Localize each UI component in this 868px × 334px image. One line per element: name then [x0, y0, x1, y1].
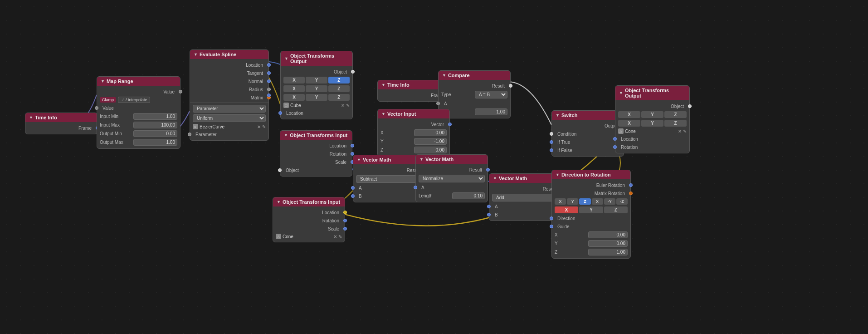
collapse-icon[interactable]: ▼ — [381, 112, 385, 116]
result-out-socket-2[interactable] — [486, 168, 490, 172]
y-value[interactable]: -1.00 — [414, 138, 447, 145]
ny-btn-d1[interactable]: -Y — [604, 198, 615, 205]
x-btn-o2-2[interactable]: X — [618, 120, 640, 127]
x-btn-d1[interactable]: X — [555, 198, 566, 205]
cube-edit[interactable]: ✎ — [346, 103, 350, 108]
parameter-in-socket[interactable] — [188, 133, 191, 136]
value-socket[interactable] — [179, 90, 182, 93]
a-in-socket-3[interactable] — [487, 205, 491, 208]
collapse-icon[interactable]: ▼ — [556, 172, 560, 177]
radius-socket[interactable] — [267, 88, 271, 91]
condition-socket[interactable] — [550, 132, 553, 136]
location-in-socket[interactable] — [278, 111, 282, 115]
z-btn-o2-2[interactable]: Z — [664, 120, 687, 127]
location-out-socket-2[interactable] — [343, 211, 347, 214]
z-btn-d1[interactable]: Z — [579, 198, 590, 205]
z-btn-o2-1[interactable]: Z — [664, 111, 687, 118]
collapse-icon[interactable]: ▼ — [556, 113, 560, 118]
result-socket[interactable] — [509, 84, 512, 88]
cube-remove[interactable]: ✕ — [341, 103, 345, 108]
cone-edit-2[interactable]: ✎ — [683, 129, 687, 134]
collapse-icon[interactable]: ▼ — [277, 200, 281, 204]
tangent-socket[interactable] — [267, 71, 271, 75]
collapse-icon[interactable]: ▼ — [284, 133, 288, 138]
b-in-socket-3[interactable] — [487, 213, 491, 216]
a-in-socket-1[interactable] — [351, 186, 355, 190]
a-in-socket-2[interactable] — [414, 186, 417, 189]
location-in-2-socket[interactable] — [613, 137, 617, 141]
uniform-select[interactable]: Uniform — [193, 114, 266, 122]
bezier-remove[interactable]: ✕ — [257, 124, 261, 129]
x-btn[interactable]: X — [283, 77, 305, 84]
collapse-icon[interactable]: ▼ — [619, 91, 623, 95]
length-value[interactable]: 0.10 — [452, 192, 485, 199]
guide-x-value[interactable]: 0.00 — [588, 231, 628, 238]
cone-remove[interactable]: ✕ — [333, 234, 337, 239]
matrix-rot-socket[interactable] — [629, 192, 633, 195]
direction-socket[interactable] — [550, 216, 553, 220]
value-input-socket[interactable] — [95, 106, 98, 110]
z-btn[interactable]: Z — [328, 77, 350, 84]
rotation-in-2-socket[interactable] — [613, 145, 617, 149]
collapse-icon[interactable]: ▼ — [493, 176, 497, 181]
y-btn-d1[interactable]: Y — [567, 198, 578, 205]
object-out-2-socket[interactable] — [688, 104, 692, 108]
collapse-icon[interactable]: ▼ — [419, 157, 424, 162]
a-socket[interactable] — [436, 102, 440, 105]
x-btn-2[interactable]: X — [283, 85, 305, 92]
operation-select-2[interactable]: Normalize — [419, 175, 485, 182]
x-btn-3[interactable]: X — [283, 94, 305, 101]
input-max-value[interactable]: 100.00 — [133, 122, 177, 128]
nx-btn-d1[interactable]: X — [592, 198, 603, 205]
x-value[interactable]: 0.00 — [414, 129, 447, 136]
collapse-icon[interactable]: ▼ — [381, 83, 385, 87]
y-btn-d2[interactable]: Y — [579, 206, 603, 213]
cone-remove-2[interactable]: ✕ — [678, 129, 682, 134]
vector-socket[interactable] — [448, 123, 452, 126]
output-max-value[interactable]: 1.00 — [133, 139, 177, 146]
interpolate-button[interactable]: ⟋ / Interpolate — [118, 97, 150, 103]
location-socket[interactable] — [267, 63, 271, 67]
collapse-icon[interactable]: ▼ — [284, 56, 288, 61]
guide-z-value[interactable]: 1.00 — [588, 249, 628, 255]
nz-btn-d1[interactable]: -Z — [616, 198, 628, 205]
input-min-value[interactable]: 1.00 — [133, 113, 177, 120]
rotation-out-socket-2[interactable] — [343, 219, 347, 222]
normal-socket[interactable] — [267, 79, 271, 83]
z-btn-2[interactable]: Z — [328, 85, 350, 92]
y-btn-o2-1[interactable]: Y — [641, 111, 663, 118]
curve-socket[interactable] — [267, 93, 271, 97]
euler-socket[interactable] — [629, 183, 633, 187]
b-in-socket-1[interactable] — [351, 194, 355, 198]
y-btn-2[interactable]: Y — [306, 85, 327, 92]
operation-select-3[interactable]: Add — [492, 194, 558, 201]
y-btn-o2-2[interactable]: Y — [641, 120, 663, 127]
z-value[interactable]: 0.00 — [414, 147, 447, 153]
collapse-icon[interactable]: ▼ — [442, 73, 446, 78]
z-btn-d2[interactable]: Z — [604, 206, 628, 213]
bezier-edit[interactable]: ✎ — [262, 124, 266, 129]
guide-y-value[interactable]: 0.00 — [588, 240, 628, 247]
clamp-button[interactable]: Clamp — [100, 97, 116, 103]
location-out-socket[interactable] — [351, 144, 354, 147]
if-false-socket[interactable] — [550, 148, 553, 152]
collapse-icon[interactable]: ▼ — [357, 157, 361, 162]
collapse-icon[interactable]: ▼ — [101, 79, 105, 84]
x-btn-o2-1[interactable]: X — [618, 111, 640, 118]
object-in-socket[interactable] — [278, 168, 282, 172]
if-true-socket[interactable] — [550, 140, 553, 144]
scale-out-socket-2[interactable] — [343, 227, 347, 231]
operation-select-1[interactable]: Subtract — [356, 175, 422, 183]
cone-edit[interactable]: ✎ — [338, 234, 342, 239]
object-socket[interactable] — [351, 70, 355, 74]
guide-socket[interactable] — [550, 225, 553, 228]
y-btn-3[interactable]: Y — [306, 94, 327, 101]
output-min-value[interactable]: 0.00 — [133, 130, 177, 137]
z-btn-3[interactable]: Z — [328, 94, 350, 101]
collapse-icon[interactable]: ▼ — [194, 52, 198, 57]
collapse-icon[interactable]: ▼ — [29, 115, 33, 120]
x-btn-d2[interactable]: X — [555, 206, 578, 213]
y-btn[interactable]: Y — [306, 77, 327, 84]
parameter-select[interactable]: Parameter — [193, 105, 266, 113]
type-select[interactable]: A = B — [475, 91, 507, 98]
